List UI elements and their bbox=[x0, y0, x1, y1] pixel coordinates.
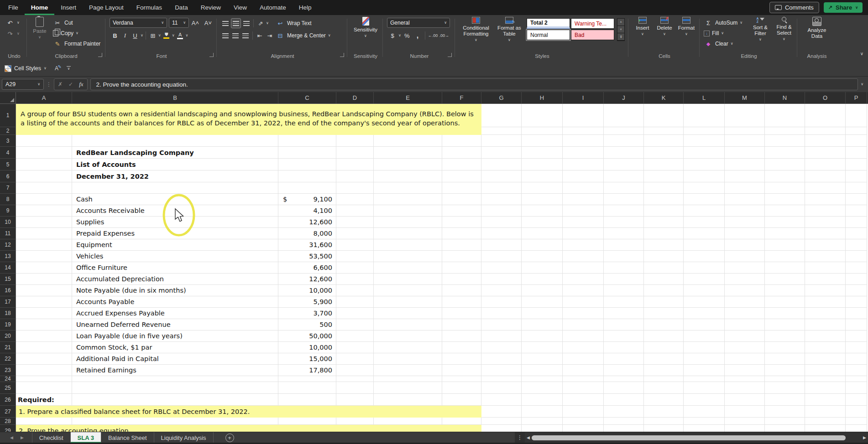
row-header-12[interactable]: 12 bbox=[0, 239, 16, 251]
cell-N9[interactable] bbox=[765, 205, 805, 217]
cell-L16[interactable] bbox=[684, 285, 725, 296]
cell-F10[interactable] bbox=[442, 217, 481, 228]
cell-H7[interactable] bbox=[522, 182, 563, 194]
cell-P5[interactable] bbox=[846, 159, 867, 170]
name-box[interactable]: A29 ∨ bbox=[2, 79, 44, 90]
cell-K5[interactable] bbox=[644, 159, 684, 170]
cell-O2[interactable] bbox=[805, 127, 846, 135]
row-header-28[interactable]: 28 bbox=[0, 418, 16, 425]
row-header-21[interactable]: 21 bbox=[0, 342, 16, 353]
wrap-text-button[interactable]: ↩ Wrap Text bbox=[276, 18, 312, 28]
insert-cells-button[interactable]: Insert ∨ bbox=[633, 17, 653, 36]
cell-N12[interactable] bbox=[765, 239, 805, 251]
cell-L5[interactable] bbox=[684, 159, 725, 170]
cell-A23[interactable] bbox=[16, 365, 72, 376]
cell-J17[interactable] bbox=[604, 296, 644, 308]
row-header-4[interactable]: 4 bbox=[0, 147, 16, 159]
cell-I6[interactable] bbox=[563, 170, 604, 182]
cell-M26[interactable] bbox=[725, 394, 765, 406]
cell-H14[interactable] bbox=[522, 262, 563, 274]
cell-O14[interactable] bbox=[805, 262, 846, 274]
cell-G1[interactable] bbox=[481, 104, 522, 127]
cell-D20[interactable] bbox=[336, 330, 374, 342]
cell-G25[interactable] bbox=[481, 382, 522, 394]
cell-E5[interactable] bbox=[374, 159, 442, 170]
analyze-data-button[interactable]: Analyze Data bbox=[801, 17, 832, 39]
cell-J24[interactable] bbox=[604, 376, 644, 382]
row-header-26[interactable]: 26 bbox=[0, 394, 16, 406]
cell-E18[interactable] bbox=[374, 308, 442, 319]
cell-L26[interactable] bbox=[684, 394, 725, 406]
fill-color-button[interactable]: ⛊ bbox=[162, 31, 171, 40]
cell-C16[interactable]: 10,000 bbox=[278, 285, 336, 296]
cell-E10[interactable] bbox=[374, 217, 442, 228]
cell-N17[interactable] bbox=[765, 296, 805, 308]
ink-annotate-button[interactable]: A bbox=[55, 65, 58, 72]
cell-H19[interactable] bbox=[522, 319, 563, 330]
row-header-8[interactable]: 8 bbox=[0, 194, 16, 205]
cell-M8[interactable] bbox=[725, 194, 765, 205]
cell-O1[interactable] bbox=[805, 104, 846, 127]
cell-E19[interactable] bbox=[374, 319, 442, 330]
cell-A11[interactable] bbox=[16, 228, 72, 239]
cell-J5[interactable] bbox=[604, 159, 644, 170]
cell-L29[interactable] bbox=[684, 425, 725, 432]
copy-button[interactable]: Copy∨ bbox=[53, 28, 78, 38]
cell-I24[interactable] bbox=[563, 376, 604, 382]
format-cells-button[interactable]: Format ∨ bbox=[676, 17, 696, 36]
cell-G2[interactable] bbox=[481, 127, 522, 135]
row-header-7[interactable]: 7 bbox=[0, 182, 16, 194]
cell-C22[interactable]: 15,000 bbox=[278, 353, 336, 365]
row-header-20[interactable]: 20 bbox=[0, 330, 16, 342]
column-header-C[interactable]: C bbox=[278, 92, 336, 103]
cell-L27[interactable] bbox=[684, 406, 725, 418]
cell-G20[interactable] bbox=[481, 330, 522, 342]
cell-O9[interactable] bbox=[805, 205, 846, 217]
cell-M3[interactable] bbox=[725, 135, 765, 147]
cell-I11[interactable] bbox=[563, 228, 604, 239]
cell-I21[interactable] bbox=[563, 342, 604, 353]
cell-H27[interactable] bbox=[522, 406, 563, 418]
cell-K26[interactable] bbox=[644, 394, 684, 406]
confirm-entry-icon[interactable]: ✓ bbox=[68, 81, 73, 88]
cell-D6[interactable] bbox=[336, 170, 374, 182]
cell-P28[interactable] bbox=[846, 418, 867, 425]
cell-N25[interactable] bbox=[765, 382, 805, 394]
cell-E4[interactable] bbox=[374, 147, 442, 159]
name-box-chevron-icon[interactable]: ∨ bbox=[37, 83, 40, 86]
underline-button[interactable]: U bbox=[131, 31, 140, 40]
cell-D13[interactable] bbox=[336, 251, 374, 262]
cell-H13[interactable] bbox=[522, 251, 563, 262]
autosum-chevron-icon[interactable]: ∨ bbox=[740, 21, 743, 25]
cell-D7[interactable] bbox=[336, 182, 374, 194]
menu-tab-view[interactable]: View bbox=[227, 0, 253, 15]
cell-D21[interactable] bbox=[336, 342, 374, 353]
cell-H12[interactable] bbox=[522, 239, 563, 251]
cell-M5[interactable] bbox=[725, 159, 765, 170]
cell-C26[interactable] bbox=[278, 394, 336, 406]
cell-G14[interactable] bbox=[481, 262, 522, 274]
cell-F17[interactable] bbox=[442, 296, 481, 308]
cell-C15[interactable]: 12,600 bbox=[278, 274, 336, 285]
cell-M25[interactable] bbox=[725, 382, 765, 394]
cell-K29[interactable] bbox=[644, 425, 684, 432]
borders-icon[interactable]: ⊞ bbox=[148, 31, 157, 40]
clear-button[interactable]: ◆ Clear ∨ bbox=[704, 39, 733, 49]
borders-chevron-icon[interactable]: ∨ bbox=[158, 34, 161, 37]
row-header-6[interactable]: 6 bbox=[0, 170, 16, 182]
cell-M2[interactable] bbox=[725, 127, 765, 135]
cell-N13[interactable] bbox=[765, 251, 805, 262]
cell-I2[interactable] bbox=[563, 127, 604, 135]
cell-M17[interactable] bbox=[725, 296, 765, 308]
cell-F7[interactable] bbox=[442, 182, 481, 194]
font-color-button[interactable]: A bbox=[176, 31, 185, 40]
cell-K2[interactable] bbox=[644, 127, 684, 135]
cell-J22[interactable] bbox=[604, 353, 644, 365]
cell-M4[interactable] bbox=[725, 147, 765, 159]
cell-A20[interactable] bbox=[16, 330, 72, 342]
cell-H10[interactable] bbox=[522, 217, 563, 228]
cell-F11[interactable] bbox=[442, 228, 481, 239]
cell-H6[interactable] bbox=[522, 170, 563, 182]
cell-L1[interactable] bbox=[684, 104, 725, 127]
cell-J18[interactable] bbox=[604, 308, 644, 319]
